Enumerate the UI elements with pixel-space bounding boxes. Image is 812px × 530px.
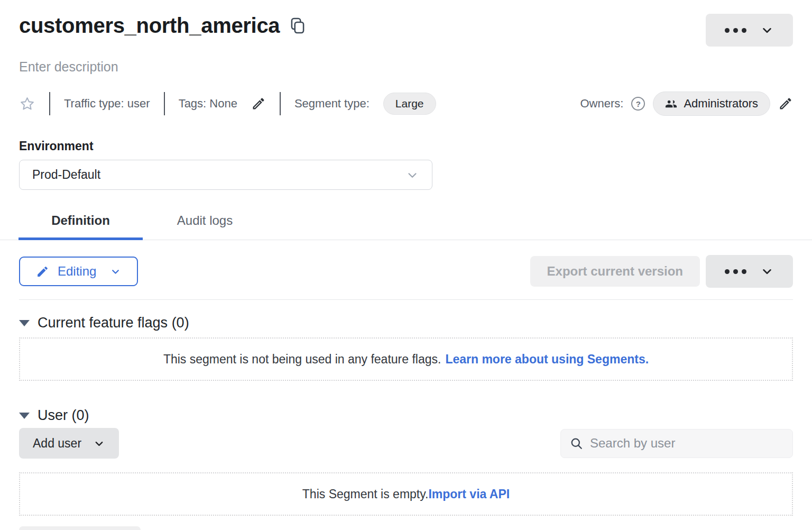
segment-type-label: Segment type: <box>294 97 370 111</box>
user-section-header[interactable]: User (0) <box>19 407 793 424</box>
ellipsis-icon <box>725 269 746 274</box>
caret-down-icon <box>19 320 30 326</box>
environment-select[interactable]: Prod-Default <box>19 160 432 190</box>
copy-icon <box>290 17 305 34</box>
chevron-down-icon <box>760 23 774 37</box>
search-icon <box>569 436 584 451</box>
people-icon <box>665 98 677 110</box>
favorite-star-button[interactable] <box>19 96 35 112</box>
chevron-down-icon <box>110 266 121 277</box>
tab-definition[interactable]: Definition <box>19 209 143 240</box>
meta-row: Traffic type: user Tags: None Segment ty… <box>19 92 793 116</box>
segment-empty-state: This Segment is empty. Import via API <box>19 472 793 516</box>
pencil-icon <box>36 265 49 278</box>
feature-flags-section-title: Current feature flags (0) <box>38 315 189 331</box>
question-circle-icon[interactable]: ? <box>631 97 645 111</box>
star-icon <box>19 96 35 112</box>
feature-flags-empty-state: This segment is not being used in any fe… <box>19 337 793 381</box>
pencil-icon <box>778 96 793 111</box>
chevron-down-icon <box>405 168 419 182</box>
learn-more-link[interactable]: Learn more about using Segments. <box>445 352 649 367</box>
owners-label: Owners: <box>580 97 623 111</box>
description-placeholder[interactable]: Enter description <box>19 59 793 75</box>
import-via-api-link[interactable]: Import via API <box>428 487 510 501</box>
caret-down-icon <box>19 413 30 419</box>
owners-value: Administrators <box>684 97 758 111</box>
tab-audit-logs[interactable]: Audit logs <box>143 209 267 240</box>
page-title: customers_north_america <box>19 14 280 38</box>
chevron-down-icon <box>760 264 774 278</box>
owners-chip[interactable]: Administrators <box>653 92 770 116</box>
segment-empty-text: This Segment is empty. <box>302 487 429 501</box>
search-by-user-input[interactable] <box>589 435 784 451</box>
divider <box>19 299 793 300</box>
divider <box>49 92 50 115</box>
environment-selected-value: Prod-Default <box>32 168 100 182</box>
segment-detail-page: customers_north_america Enter descriptio… <box>0 0 812 530</box>
export-current-version-button[interactable]: Export current version <box>530 256 700 287</box>
edit-owners-button[interactable] <box>778 96 793 111</box>
definition-more-actions-button[interactable] <box>706 255 793 288</box>
divider <box>280 92 281 115</box>
editing-status-button[interactable]: Editing <box>19 257 138 286</box>
ellipsis-icon <box>725 28 746 33</box>
environment-label: Environment <box>19 139 793 153</box>
edit-tags-button[interactable] <box>251 96 266 111</box>
user-section-title: User (0) <box>38 407 89 424</box>
partially-visible-element <box>19 526 141 530</box>
divider <box>164 92 165 115</box>
page-more-actions-button[interactable] <box>706 14 793 47</box>
segment-type-badge: Large <box>383 93 436 115</box>
add-user-button[interactable]: Add user <box>19 428 119 459</box>
user-controls-row: Add user <box>19 428 793 459</box>
traffic-type-label: Traffic type: user <box>64 97 150 111</box>
chevron-down-icon <box>93 437 105 450</box>
feature-flags-empty-text: This segment is not being used in any fe… <box>163 352 441 367</box>
definition-toolbar: Editing Export current version <box>19 255 793 288</box>
page-header: customers_north_america <box>19 14 793 47</box>
tab-bar: Definition Audit logs <box>0 209 812 240</box>
editing-label: Editing <box>58 264 96 279</box>
search-by-user-box <box>560 429 793 458</box>
copy-name-button[interactable] <box>290 17 305 34</box>
add-user-label: Add user <box>33 436 81 451</box>
tags-label: Tags: None <box>179 97 237 111</box>
pencil-icon <box>251 96 266 111</box>
feature-flags-section-header[interactable]: Current feature flags (0) <box>19 315 793 331</box>
